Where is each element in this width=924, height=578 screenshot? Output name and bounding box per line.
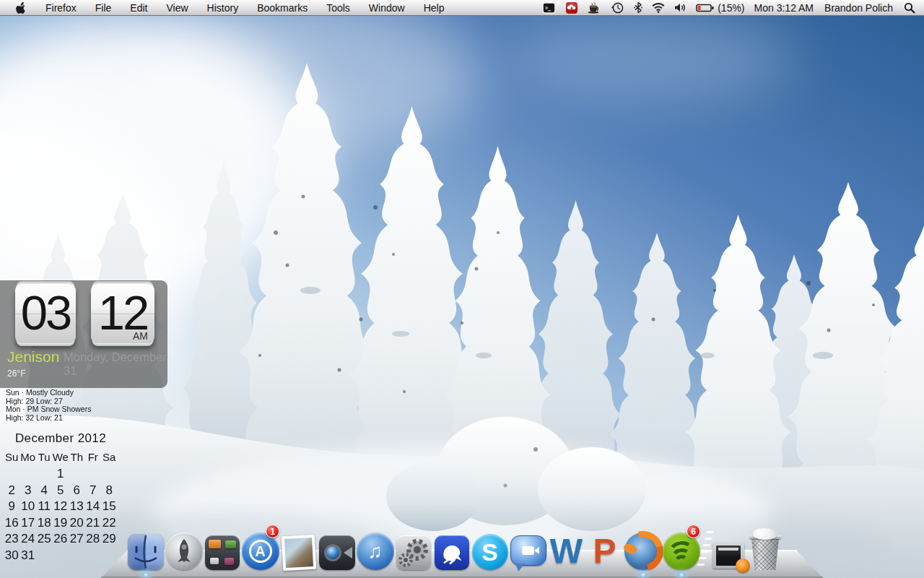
calendar-day	[36, 466, 53, 483]
firefox-icon	[624, 532, 662, 570]
calendar-day: 20	[69, 515, 85, 532]
terminal-geektool-icon[interactable]: >_	[542, 0, 556, 16]
calendar-day: 1	[53, 466, 69, 483]
calendar-day: 11	[36, 499, 53, 515]
calendar-day: 30	[4, 548, 20, 564]
battery-percent-label: (15%)	[718, 2, 744, 14]
dock-item-app-store[interactable]: AA 1	[241, 528, 279, 570]
wifi-icon[interactable]	[652, 0, 665, 16]
dock-item-word[interactable]: W	[547, 528, 585, 570]
calendar-day: 16	[4, 515, 20, 532]
dock-item-system-preferences[interactable]	[394, 528, 432, 570]
dock-item-powerpoint[interactable]: P	[585, 528, 624, 570]
calendar-day	[101, 466, 118, 483]
dock-item-ichat[interactable]	[509, 528, 547, 570]
flip-clock-minutes-card: 12 AM	[91, 284, 154, 343]
forecast-line: Sun · Mostly Cloudy	[6, 389, 91, 397]
menu-item[interactable]: Tools	[317, 0, 359, 16]
menu-item[interactable]: View	[157, 0, 197, 16]
calendar-day	[20, 466, 37, 483]
dock-item-skype[interactable]: S	[471, 528, 509, 570]
calendar-day: 22	[101, 515, 118, 532]
calendar-day: 12	[53, 499, 69, 515]
calendar-day: 3	[20, 483, 37, 499]
calendar-day: 29	[101, 531, 118, 548]
svg-text:>_: >_	[545, 5, 551, 11]
weather-location: Jenison	[7, 348, 59, 366]
calendar-day: 24	[20, 531, 37, 548]
calendar-day: 7	[85, 483, 102, 499]
calendar-day	[69, 548, 85, 564]
calendar-day: 27	[69, 531, 85, 548]
calendar-day	[85, 548, 102, 564]
dock-item-trash[interactable]	[746, 528, 784, 570]
vuze-frog-icon	[435, 535, 469, 570]
bluetooth-icon[interactable]	[634, 0, 642, 16]
menu-bar-menus: FirefoxFileEditViewHistoryBookmarksTools…	[0, 0, 542, 16]
menu-item[interactable]: Bookmarks	[248, 0, 317, 16]
menu-bar-clock[interactable]: Mon 3:12 AM	[754, 2, 814, 14]
dock-item-mail[interactable]	[279, 528, 318, 570]
menu-bar-status: >_ (15%) Mon 3:12	[542, 0, 924, 16]
battery-icon	[696, 3, 715, 13]
dock-item-facetime[interactable]	[318, 528, 356, 570]
minimized-window-thumbnail	[712, 543, 744, 569]
menu-item[interactable]: History	[198, 0, 248, 16]
video-camera-glyph	[522, 546, 534, 555]
flip-clock-hours-card: 03	[15, 284, 76, 343]
calendar-weekday: Su	[4, 449, 20, 466]
menu-item[interactable]: Help	[414, 0, 454, 16]
menu-item[interactable]: File	[86, 0, 121, 16]
dock-item-launchpad[interactable]	[165, 528, 203, 570]
mission-control-icon	[205, 535, 240, 570]
apple-logo-icon	[16, 1, 26, 14]
calendar-weekday: Sa	[101, 449, 118, 466]
dock-item-firefox[interactable]	[624, 528, 662, 570]
calendar-day: 2	[4, 483, 20, 499]
menu-item[interactable]: Edit	[121, 0, 157, 16]
calendar-day	[4, 466, 20, 483]
calendar-day: 18	[36, 515, 53, 532]
calendar-day: 15	[101, 499, 118, 515]
dock-item-finder[interactable]	[126, 528, 165, 570]
time-machine-icon[interactable]	[611, 0, 624, 16]
forecast-line: Mon · PM Snow Showers	[6, 405, 91, 414]
calendar-day	[53, 548, 69, 564]
caffeine-coffee-cup-icon[interactable]	[588, 0, 602, 16]
menu-item[interactable]: Firefox	[36, 0, 86, 16]
desktop-screen: FirefoxFileEditViewHistoryBookmarksTools…	[0, 0, 924, 578]
mail-stamp-icon	[281, 535, 315, 571]
battery-status[interactable]: (15%)	[696, 0, 744, 16]
volume-icon[interactable]	[674, 0, 687, 16]
calendar-day: 31	[20, 548, 37, 564]
user-menu[interactable]: Brandon Polich	[823, 2, 894, 14]
calendar-day: 4	[36, 483, 53, 499]
calendar-day: 5	[53, 483, 69, 499]
calendar-day: 13	[69, 499, 85, 515]
calendar-weekday-header: SuMoTuWeThFrSa	[2, 449, 119, 466]
clock-hours: 03	[15, 284, 76, 342]
dock-item-minimized-firefox-window[interactable]	[710, 528, 746, 570]
calendar-day: 14	[85, 499, 102, 515]
calendar-weekday: Th	[69, 449, 85, 466]
apple-menu[interactable]	[12, 0, 36, 16]
spotlight-search-icon[interactable]	[904, 0, 915, 16]
calendar-day	[36, 548, 53, 564]
calendar-day: 10	[20, 499, 37, 515]
calendar-day: 28	[85, 531, 102, 548]
calendar-widget: December 2012 SuMoTuWeThFrSa 12345678910…	[2, 431, 119, 564]
dock-item-spotify[interactable]: 6	[662, 528, 700, 570]
calendar-day: 9	[4, 499, 20, 515]
red-cloud-app-icon[interactable]	[565, 0, 578, 16]
dock-item-mission-control[interactable]	[203, 528, 241, 570]
calendar-weekday: Tu	[36, 449, 53, 466]
calendar-day: 17	[20, 515, 37, 532]
calendar-title: December 2012	[2, 431, 119, 446]
launchpad-icon	[165, 532, 203, 570]
menu-item[interactable]: Window	[359, 0, 414, 16]
dock-item-itunes[interactable]: ♫	[356, 528, 394, 570]
calendar-weekday: We	[53, 449, 69, 466]
calendar-day	[85, 466, 102, 483]
word-icon: W	[550, 532, 583, 570]
dock-item-vuze[interactable]	[432, 528, 471, 570]
